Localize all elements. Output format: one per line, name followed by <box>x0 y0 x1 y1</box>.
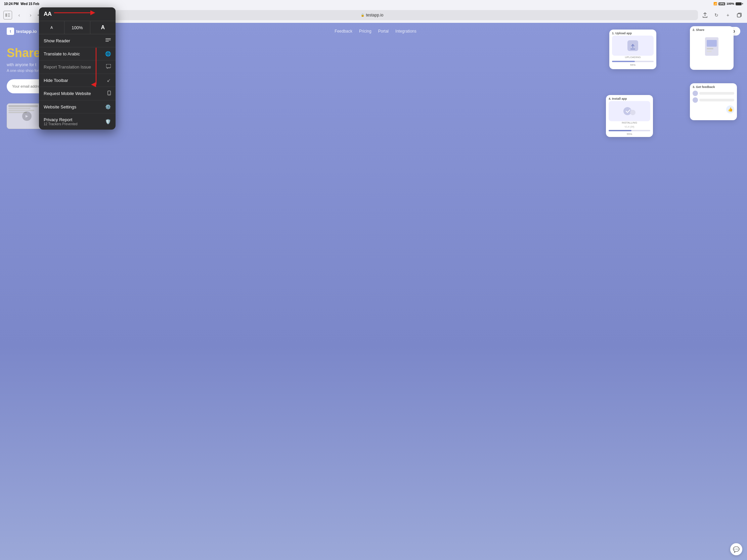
privacy-report-text: Privacy Report 12 Trackers Prevented <box>44 117 78 126</box>
svg-rect-1 <box>8 14 10 14</box>
font-size-controls: A 100% A <box>39 21 115 34</box>
svg-point-17 <box>109 94 109 95</box>
show-reader-item[interactable]: Show Reader <box>39 34 115 47</box>
nav-links: Feedback Pricing Portal Integrations <box>335 29 374 33</box>
forward-button[interactable]: › <box>26 11 35 20</box>
website-settings-item[interactable]: Website Settings ⚙️ <box>39 100 115 113</box>
website-settings-label: Website Settings <box>44 104 76 109</box>
request-mobile-item[interactable]: Request Mobile Website <box>39 87 115 100</box>
status-left: 10:24 PM Wed 15 Feb <box>4 2 39 6</box>
font-increase-button[interactable]: A <box>91 21 115 34</box>
svg-rect-12 <box>105 38 111 39</box>
hide-toolbar-item[interactable]: Hide Toolbar ↙ <box>39 74 115 87</box>
settings-icon: ⚙️ <box>105 104 111 109</box>
popup-aa-row: AA <box>39 7 115 21</box>
date: Wed 15 Feb <box>21 2 39 6</box>
report-icon <box>106 64 111 70</box>
svg-rect-2 <box>8 15 10 16</box>
lock-icon: 🔒 <box>361 14 364 17</box>
svg-rect-0 <box>5 14 7 17</box>
privacy-report-sublabel: 12 Trackers Prevented <box>44 122 78 126</box>
nav-pricing[interactable]: Pricing <box>359 29 371 33</box>
font-decrease-button[interactable]: A <box>39 21 65 34</box>
privacy-icon: 🛡️ <box>105 119 111 124</box>
status-bar: 10:24 PM Wed 15 Feb 📶 VPN 100% <box>0 0 374 7</box>
hero-title-yellow: Share <box>7 46 44 60</box>
svg-rect-3 <box>8 16 10 17</box>
svg-rect-13 <box>105 39 111 40</box>
mobile-icon <box>107 91 111 96</box>
nav-feedback[interactable]: Feedback <box>335 29 352 33</box>
privacy-report-item[interactable]: Privacy Report 12 Trackers Prevented 🛡️ <box>39 113 115 130</box>
report-translation-item[interactable]: Report Translation Issue <box>39 60 115 74</box>
svg-rect-15 <box>106 64 111 68</box>
logo-icon: t <box>7 28 14 35</box>
report-translation-label: Report Translation Issue <box>44 64 91 70</box>
reader-icon <box>105 38 111 43</box>
font-size-value: 100% <box>65 21 90 34</box>
sidebar-button[interactable] <box>3 11 12 20</box>
show-reader-label: Show Reader <box>44 38 70 43</box>
url-text: testapp.io <box>366 13 374 18</box>
svg-rect-14 <box>105 41 109 42</box>
translate-arabic-label: Translate to Arabic <box>44 51 80 56</box>
request-mobile-label: Request Mobile Website <box>44 91 91 96</box>
privacy-report-label: Privacy Report <box>44 117 78 122</box>
popup-aa-label: AA <box>44 11 52 18</box>
time: 10:24 PM <box>4 2 19 6</box>
hide-toolbar-label: Hide Toolbar <box>44 78 68 83</box>
back-button[interactable]: ‹ <box>15 11 24 20</box>
hide-toolbar-icon: ↙ <box>107 78 111 83</box>
translate-arabic-item[interactable]: Translate to Arabic 🌐 <box>39 47 115 60</box>
logo-text: testapp.io <box>16 29 36 34</box>
translate-icon: 🌐 <box>105 51 111 56</box>
website-logo: t testapp.io <box>7 28 36 35</box>
popup-menu: AA A 100% A Show Reader Translate to Ara… <box>39 7 115 130</box>
